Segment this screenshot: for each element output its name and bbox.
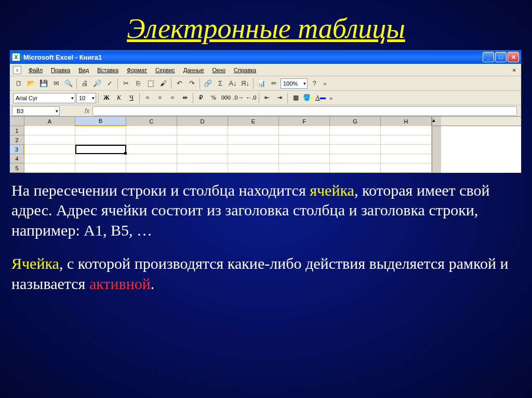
undo-icon[interactable]: ↶ (174, 78, 185, 89)
row-header-1[interactable]: 1 (10, 126, 24, 135)
col-header-f[interactable]: F (279, 117, 330, 126)
vscroll[interactable] (432, 163, 441, 173)
search-icon[interactable]: 🔍 (63, 78, 74, 89)
row-header-4[interactable]: 4 (10, 154, 24, 163)
vscroll[interactable] (432, 135, 441, 145)
row-header-5[interactable]: 5 (10, 163, 24, 173)
cell-c3[interactable] (126, 145, 177, 154)
font-combo[interactable]: Arial Cyr (13, 93, 75, 103)
sort-desc-icon[interactable]: Я↓ (240, 78, 251, 89)
toolbar-overflow[interactable]: » (321, 80, 329, 87)
col-header-g[interactable]: G (330, 117, 381, 126)
inc-decimal-icon[interactable]: .0→ (233, 92, 244, 104)
cell-d2[interactable] (177, 135, 228, 145)
cell-f4[interactable] (279, 154, 330, 163)
menu-data[interactable]: Данные (179, 66, 208, 74)
maximize-button[interactable]: □ (495, 52, 507, 62)
cell-g4[interactable] (330, 154, 381, 163)
print-icon[interactable]: 🖨 (79, 78, 90, 89)
cell-f5[interactable] (279, 163, 330, 173)
spell-icon[interactable]: ✓ (104, 78, 115, 89)
cell-h2[interactable] (381, 135, 432, 145)
cell-f3[interactable] (279, 145, 330, 154)
cell-e4[interactable] (228, 154, 279, 163)
vscroll-top[interactable]: ▴ (432, 117, 441, 126)
format-overflow[interactable]: » (327, 95, 335, 101)
menu-help[interactable]: Справка (230, 66, 260, 74)
formula-input[interactable] (92, 106, 517, 116)
col-header-c[interactable]: C (126, 117, 177, 126)
name-box[interactable]: B3 (12, 106, 60, 116)
col-header-b[interactable]: B (75, 117, 126, 126)
zoom-combo[interactable]: 100% (281, 78, 308, 89)
cell-b1[interactable] (75, 126, 126, 135)
cell-h4[interactable] (381, 154, 432, 163)
cell-h3[interactable] (381, 145, 432, 154)
align-right-icon[interactable]: ≡ (167, 92, 178, 104)
doc-close-button[interactable]: × (513, 67, 516, 73)
mail-icon[interactable]: ✉ (50, 78, 62, 89)
open-icon[interactable]: 📂 (25, 78, 37, 89)
col-header-d[interactable]: D (177, 117, 228, 126)
cell-h1[interactable] (381, 126, 432, 135)
cell-b3[interactable] (75, 145, 126, 154)
cell-d4[interactable] (177, 154, 228, 163)
cell-a3[interactable] (24, 145, 75, 154)
copy-icon[interactable]: ⎘ (132, 78, 144, 89)
menu-view[interactable]: Вид (74, 66, 93, 74)
percent-icon[interactable]: % (208, 92, 219, 104)
vscroll[interactable] (432, 126, 441, 135)
dec-decimal-icon[interactable]: ←.0 (245, 92, 257, 104)
select-all-corner[interactable] (10, 117, 24, 126)
cell-a1[interactable] (24, 126, 75, 135)
vscroll[interactable] (432, 154, 441, 163)
cell-c1[interactable] (126, 126, 177, 135)
cell-a5[interactable] (24, 163, 75, 173)
menu-edit[interactable]: Правка (47, 66, 74, 74)
cell-f2[interactable] (279, 135, 330, 145)
menu-insert[interactable]: Вставка (93, 66, 123, 74)
cell-d1[interactable] (177, 126, 228, 135)
chart-icon[interactable]: 📊 (256, 78, 267, 89)
cell-a4[interactable] (24, 154, 75, 163)
fill-color-icon[interactable]: 🪣 (302, 92, 314, 104)
comma-icon[interactable]: 000 (220, 92, 232, 104)
merge-center-icon[interactable]: ⇹ (179, 92, 191, 104)
menu-tools[interactable]: Сервис (151, 66, 179, 74)
paste-icon[interactable]: 📋 (145, 78, 156, 89)
cell-d5[interactable] (177, 163, 228, 173)
currency-icon[interactable]: ₽ (195, 92, 207, 104)
cell-g5[interactable] (330, 163, 381, 173)
inc-indent-icon[interactable]: ⇥ (274, 92, 285, 104)
cell-b5[interactable] (75, 163, 126, 173)
cell-g2[interactable] (330, 135, 381, 145)
fx-label[interactable]: fx (85, 107, 89, 115)
row-header-3[interactable]: 3 (10, 145, 24, 154)
save-icon[interactable]: 💾 (38, 78, 49, 89)
cell-b4[interactable] (75, 154, 126, 163)
col-header-h[interactable]: H (381, 117, 432, 126)
align-center-icon[interactable]: ≡ (154, 92, 166, 104)
help-icon[interactable]: ? (309, 78, 320, 89)
bold-button[interactable]: Ж (101, 92, 112, 104)
italic-button[interactable]: К (113, 92, 125, 104)
drawing-icon[interactable]: ✏ (268, 78, 280, 89)
minimize-button[interactable]: _ (483, 52, 494, 62)
dec-indent-icon[interactable]: ⇤ (261, 92, 273, 104)
menu-format[interactable]: Формат (123, 66, 151, 74)
cell-c2[interactable] (126, 135, 177, 145)
col-header-e[interactable]: E (228, 117, 279, 126)
font-color-icon[interactable]: A (315, 92, 326, 104)
autosum-icon[interactable]: Σ (215, 78, 226, 89)
preview-icon[interactable]: 🔎 (91, 78, 103, 89)
align-left-icon[interactable]: ≡ (142, 92, 153, 104)
cell-h5[interactable] (381, 163, 432, 173)
cell-f1[interactable] (279, 126, 330, 135)
cell-g1[interactable] (330, 126, 381, 135)
cell-e2[interactable] (228, 135, 279, 145)
vscroll[interactable] (432, 145, 441, 154)
cell-c5[interactable] (126, 163, 177, 173)
borders-icon[interactable]: ▦ (290, 92, 301, 104)
cell-d3[interactable] (177, 145, 228, 154)
redo-icon[interactable]: ↷ (186, 78, 197, 89)
